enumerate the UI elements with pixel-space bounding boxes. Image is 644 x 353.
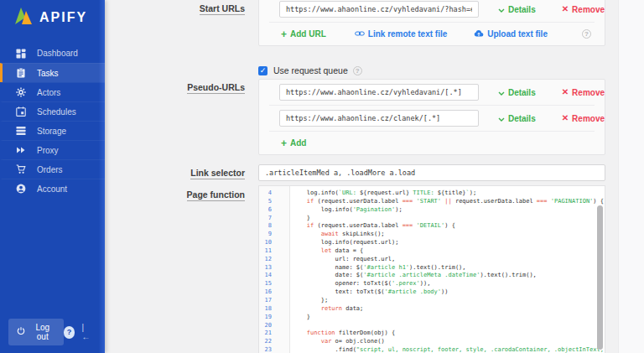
apify-logo-text: APIFY	[39, 10, 87, 25]
add-pseudo-url-button[interactable]: + Add	[281, 138, 306, 148]
use-request-queue-label: Use request queue	[273, 65, 348, 75]
sidebar-item-orders[interactable]: Orders	[0, 159, 105, 179]
code-line[interactable]: 7 }	[259, 215, 596, 223]
link-icon	[355, 29, 365, 39]
sidebar-item-actors[interactable]: Actors	[0, 82, 105, 101]
apify-logo[interactable]: APIFY	[0, 0, 105, 29]
pseudo-url-input[interactable]	[279, 110, 479, 127]
editor-scrollbar[interactable]	[597, 205, 603, 350]
help-icon[interactable]: ?	[353, 66, 362, 75]
details-button[interactable]: Details	[498, 114, 536, 123]
code-line[interactable]: 9 await skipLinks();	[259, 231, 596, 239]
code-line[interactable]: 18 return data;	[259, 305, 596, 314]
task-input-form: Start URLs Details ✕ Remove + Add URL	[105, 0, 644, 353]
sidebar-nav: Dashboard Tasks Actors Schedules Storage…	[0, 44, 105, 198]
add-url-button[interactable]: + Add URL	[281, 29, 326, 39]
line-number: 12	[259, 256, 272, 264]
line-number: 5	[259, 198, 272, 206]
page-function-label: Page function	[105, 189, 245, 200]
sidebar-item-dashboard[interactable]: Dashboard	[0, 44, 105, 63]
line-number: 14	[259, 272, 272, 280]
close-icon: ✕	[562, 114, 569, 122]
code-line[interactable]: 6 log.info('Pagination');	[259, 206, 596, 215]
details-button[interactable]: Details	[498, 5, 536, 14]
line-number: 20	[259, 322, 272, 330]
remove-button[interactable]: ✕ Remove	[562, 114, 605, 123]
logout-label: Log out	[30, 323, 55, 341]
apify-logo-icon	[13, 7, 34, 29]
url-row: Details ✕ Remove	[259, 80, 605, 105]
code-line[interactable]: 14 date: $('#article .articleMeta .dateT…	[259, 272, 596, 280]
orders-icon	[16, 164, 26, 174]
code-line[interactable]: 17 };	[259, 297, 596, 305]
remove-button[interactable]: ✕ Remove	[562, 88, 605, 97]
pseudo-urls-card: Details ✕ Remove Details ✕ Remove + Add	[258, 79, 605, 155]
code-area[interactable]: 4 log.info(`URL: ${request.url} TITLE: $…	[259, 189, 596, 353]
code-line[interactable]: 20	[259, 322, 596, 330]
link-selector-input[interactable]	[258, 164, 605, 181]
power-icon	[17, 327, 25, 337]
tasks-icon	[16, 68, 26, 78]
code-line[interactable]: 4 log.info(`URL: ${request.url} TITLE: $…	[259, 189, 596, 198]
code-line[interactable]: 11 let data = {	[259, 247, 596, 256]
sidebar-item-proxy[interactable]: Proxy	[0, 140, 105, 159]
collapse-sidebar-icon[interactable]: |←	[81, 323, 91, 341]
use-request-queue-row: ✓ Use request queue ?	[258, 65, 362, 75]
line-number: 22	[259, 338, 272, 346]
logout-button[interactable]: Log out	[8, 319, 64, 345]
line-number: 23	[259, 346, 272, 353]
start-urls-card: Details ✕ Remove + Add URL Link remote t…	[258, 0, 605, 46]
cloud-upload-icon	[474, 29, 484, 39]
line-number: 17	[259, 297, 272, 305]
use-request-queue-checkbox[interactable]: ✓	[258, 66, 267, 75]
url-row: Details ✕ Remove	[259, 106, 605, 131]
start-urls-actions: + Add URL Link remote text file	[259, 23, 605, 45]
help-icon[interactable]: ?	[582, 29, 591, 39]
details-button[interactable]: Details	[498, 88, 536, 97]
line-number: 11	[259, 247, 272, 256]
code-line[interactable]: 19 }	[259, 314, 596, 322]
line-number: 8	[259, 222, 272, 231]
code-line[interactable]: 12 url: request.url,	[259, 256, 596, 264]
page-scroll-strip[interactable]	[618, 0, 644, 353]
start-urls-label: Start URLs	[105, 3, 245, 13]
sidebar-item-tasks[interactable]: Tasks	[0, 63, 105, 82]
start-url-input[interactable]	[279, 1, 479, 18]
code-line[interactable]: 8 if (request.userData.label === 'DETAIL…	[259, 222, 596, 231]
code-line[interactable]: 21 function filterDom(obj) {	[259, 330, 596, 338]
code-line[interactable]: 22 var o= obj.clone()	[259, 338, 596, 346]
line-number: 7	[259, 215, 272, 223]
schedules-icon	[16, 106, 26, 117]
plus-icon: +	[281, 30, 287, 39]
code-line[interactable]: 10 log.info(request.url);	[259, 239, 596, 247]
line-number: 6	[259, 206, 272, 215]
pseudo-url-input[interactable]	[279, 84, 479, 101]
code-line[interactable]: 23 .find("script, ul, noscript, footer, …	[259, 346, 596, 353]
link-remote-text-file-button[interactable]: Link remote text file	[355, 29, 447, 39]
upload-text-file-button[interactable]: Upload text file	[474, 29, 548, 39]
code-line[interactable]: 15 opener: toTxt($('.perex')),	[259, 280, 596, 288]
close-icon: ✕	[562, 88, 569, 96]
code-line[interactable]: 5 if (request.userData.label === 'START'…	[259, 198, 596, 206]
chevron-down-icon	[498, 5, 505, 14]
code-line[interactable]: 16 text: toTxt($('#article .body'))	[259, 288, 596, 297]
proxy-icon	[16, 145, 26, 155]
account-icon	[16, 184, 26, 194]
remove-button[interactable]: ✕ Remove	[562, 5, 605, 14]
sidebar-item-storage[interactable]: Storage	[0, 121, 105, 140]
page-function-editor[interactable]: 4 log.info(`URL: ${request.url} TITLE: $…	[258, 185, 605, 353]
help-icon[interactable]: ?	[64, 326, 75, 339]
line-number: 9	[259, 231, 272, 239]
line-number: 21	[259, 330, 272, 338]
line-number: 19	[259, 314, 272, 322]
plus-icon: +	[281, 139, 287, 148]
line-number: 4	[259, 189, 272, 198]
url-row: Details ✕ Remove	[259, 0, 605, 22]
actors-icon	[16, 87, 26, 97]
code-line[interactable]: 13 name: $('#article h1').text().trim(),	[259, 264, 596, 273]
storage-icon	[16, 126, 26, 136]
close-icon: ✕	[562, 5, 569, 13]
line-number: 15	[259, 280, 272, 288]
sidebar-item-schedules[interactable]: Schedules	[0, 101, 105, 121]
sidebar-item-account[interactable]: Account	[0, 179, 105, 198]
